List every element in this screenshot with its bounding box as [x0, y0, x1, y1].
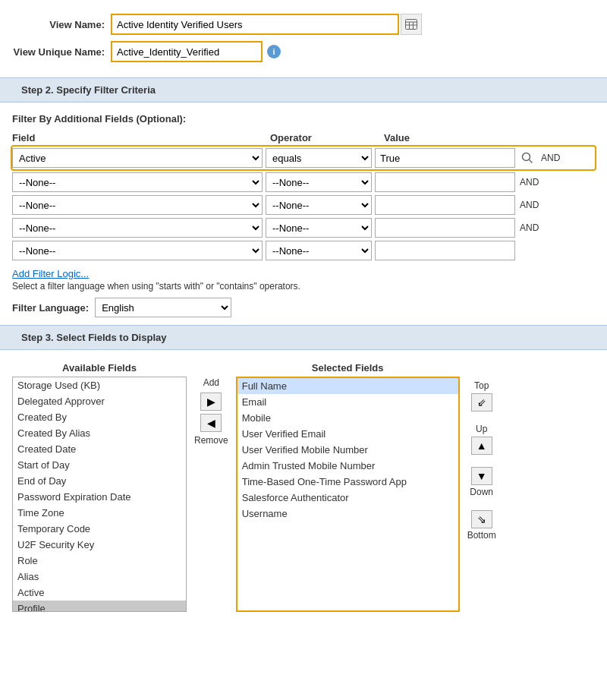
header-section: View Name: View Unique Name: i — [12, 8, 595, 77]
filter-row-5: --None-- --None-- — [12, 241, 595, 260]
add-remove-col: Add ▶ ◀ Remove — [194, 362, 228, 447]
selected-fields-list[interactable]: Full NameEmailMobileUser Verified EmailU… — [236, 377, 460, 612]
available-field-item[interactable]: Created Date — [13, 441, 186, 457]
top-button[interactable]: ⇙ — [471, 393, 492, 411]
available-fields-title: Available Fields — [12, 362, 187, 374]
up-label: Up — [476, 424, 487, 434]
up-button[interactable]: ▲ — [471, 437, 492, 455]
selected-field-item[interactable]: User Verified Mobile Number — [237, 442, 458, 458]
col-operator-header: Operator — [270, 132, 384, 143]
available-field-item[interactable]: Password Expiration Date — [13, 489, 186, 505]
filter-row-1: Active --None-- equals --None-- AND — [12, 147, 595, 169]
svg-point-5 — [523, 153, 530, 161]
available-field-item[interactable]: Temporary Code — [13, 521, 186, 537]
filter-col-headers: Field Operator Value — [12, 132, 595, 143]
selected-fields-title: Selected Fields — [236, 362, 460, 374]
available-field-item[interactable]: Alias — [13, 569, 186, 585]
filter-language-label: Filter Language: — [12, 302, 89, 314]
view-unique-name-input[interactable] — [111, 41, 263, 62]
remove-label: Remove — [194, 435, 228, 446]
available-field-item[interactable]: Delegated Approver — [13, 393, 186, 409]
filter-value-2[interactable] — [375, 172, 515, 192]
step3-header: Step 3. Select Fields to Display — [0, 325, 607, 350]
selected-field-item[interactable]: Email — [237, 394, 458, 410]
available-field-item[interactable]: Profile — [13, 601, 186, 612]
selected-fields-box: Selected Fields Full NameEmailMobileUser… — [236, 362, 460, 612]
table-icon[interactable] — [401, 14, 422, 35]
top-label: Top — [474, 380, 489, 391]
filter-operator-5[interactable]: --None-- — [266, 241, 372, 260]
filter-note: Select a filter language when using "sta… — [12, 281, 595, 292]
filter-search-icon-1[interactable] — [518, 149, 536, 167]
filter-field-2[interactable]: --None-- — [12, 172, 263, 192]
available-field-item[interactable]: Active — [13, 585, 186, 601]
available-field-item[interactable]: Created By — [13, 409, 186, 425]
filter-section: Filter By Additional Fields (Optional): … — [12, 102, 595, 325]
available-field-item[interactable]: Role — [13, 553, 186, 569]
info-icon[interactable]: i — [267, 45, 281, 58]
filter-value-4[interactable] — [375, 218, 515, 238]
available-fields-box: Available Fields Storage Used (KB)Delega… — [12, 362, 187, 612]
selected-field-item[interactable]: Salesforce Authenticator — [237, 490, 458, 506]
fields-section: Available Fields Storage Used (KB)Delega… — [12, 350, 595, 620]
filter-language-select[interactable]: English — [95, 298, 231, 317]
selected-field-item[interactable]: Time-Based One-Time Password App — [237, 474, 458, 490]
filter-value-5[interactable] — [375, 241, 515, 260]
filter-operator-2[interactable]: --None-- — [266, 172, 372, 192]
filter-operator-3[interactable]: --None-- — [266, 195, 372, 215]
selected-field-item[interactable]: Mobile — [237, 410, 458, 426]
filter-row-3: --None-- --None-- AND — [12, 195, 595, 215]
view-name-input[interactable] — [111, 14, 399, 35]
and-label-2: AND — [520, 177, 539, 188]
filter-field-4[interactable]: --None-- — [12, 218, 263, 238]
add-button[interactable]: ▶ — [200, 393, 222, 411]
selected-field-item[interactable]: Admin Trusted Mobile Number — [237, 458, 458, 474]
and-label-3: AND — [520, 200, 539, 210]
filter-value-3[interactable] — [375, 195, 515, 215]
available-field-item[interactable]: Created By Alias — [13, 425, 186, 441]
available-field-item[interactable]: Start of Day — [13, 457, 186, 473]
filter-row-2: --None-- --None-- AND — [12, 172, 595, 192]
view-unique-name-row: View Unique Name: i — [12, 41, 595, 62]
remove-button[interactable]: ◀ — [200, 414, 222, 432]
add-filter-link[interactable]: Add Filter Logic... — [12, 268, 89, 279]
available-fields-list[interactable]: Storage Used (KB)Delegated ApproverCreat… — [12, 377, 187, 612]
fields-layout: Available Fields Storage Used (KB)Delega… — [12, 362, 595, 612]
filter-field-1[interactable]: Active --None-- — [12, 148, 263, 168]
filter-row-4: --None-- --None-- AND — [12, 218, 595, 238]
available-field-item[interactable]: U2F Security Key — [13, 537, 186, 553]
col-value-header: Value — [384, 132, 528, 143]
selected-field-item[interactable]: Username — [237, 506, 458, 522]
available-field-item[interactable]: End of Day — [13, 473, 186, 489]
bottom-label: Bottom — [467, 530, 496, 541]
available-field-item[interactable]: Time Zone — [13, 505, 186, 521]
down-label: Down — [470, 487, 493, 497]
filter-field-5[interactable]: --None-- — [12, 241, 263, 260]
view-unique-name-label: View Unique Name: — [12, 46, 111, 58]
filter-operator-4[interactable]: --None-- — [266, 218, 372, 238]
bottom-button[interactable]: ⇘ — [471, 510, 492, 528]
step2-header: Step 2. Specify Filter Criteria — [0, 77, 607, 102]
available-field-item[interactable]: Storage Used (KB) — [13, 377, 186, 393]
and-label-1: AND — [541, 153, 560, 163]
col-field-header: Field — [12, 132, 270, 143]
filter-language-row: Filter Language: English — [12, 298, 595, 317]
filter-value-1[interactable] — [375, 148, 515, 168]
filter-logic-section: Add Filter Logic... Select a filter lang… — [12, 268, 595, 317]
filter-title: Filter By Additional Fields (Optional): — [12, 113, 595, 125]
selected-field-item[interactable]: User Verified Email — [237, 426, 458, 442]
down-button[interactable]: ▼ — [471, 467, 492, 485]
filter-field-3[interactable]: --None-- — [12, 195, 263, 215]
move-col: Top ⇙ Up ▲ ▼ Down ⇘ Bottom — [467, 362, 496, 541]
page-wrapper: View Name: View Unique Name: i Step 2. S… — [0, 0, 607, 700]
selected-field-item[interactable]: Full Name — [237, 378, 458, 394]
and-label-4: AND — [520, 222, 539, 233]
view-name-label: View Name: — [12, 19, 111, 30]
view-name-row: View Name: — [12, 14, 595, 35]
svg-line-6 — [530, 160, 533, 163]
svg-rect-0 — [406, 20, 417, 30]
add-label: Add — [203, 377, 219, 388]
filter-operator-1[interactable]: equals --None-- — [266, 148, 372, 168]
